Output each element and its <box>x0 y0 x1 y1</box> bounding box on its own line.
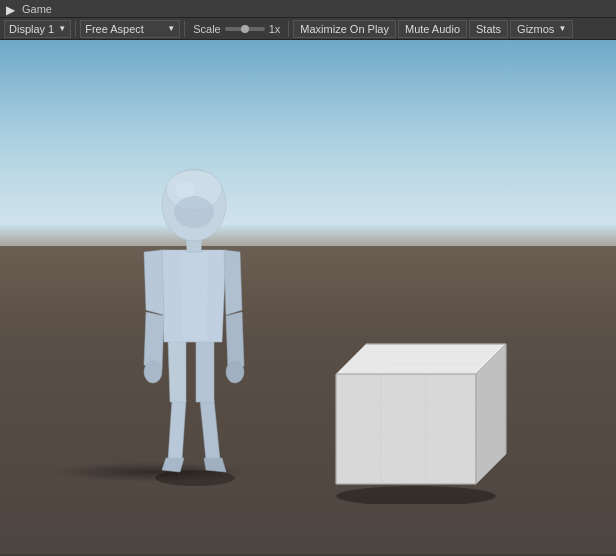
maximize-on-play-button[interactable]: Maximize On Play <box>293 20 396 38</box>
cube-svg <box>316 314 516 504</box>
gizmos-button[interactable]: Gizmos ▼ <box>510 20 573 38</box>
mute-audio-button[interactable]: Mute Audio <box>398 20 467 38</box>
scale-value: 1x <box>269 23 281 35</box>
svg-marker-12 <box>224 250 242 315</box>
ground-plane <box>0 246 616 554</box>
svg-point-14 <box>226 361 244 383</box>
svg-marker-21 <box>336 374 476 484</box>
svg-point-20 <box>336 486 496 504</box>
scale-control: Scale 1x <box>189 23 284 35</box>
display-label: Display 1 <box>9 23 54 35</box>
display-dropdown[interactable]: Display 1 ▼ <box>4 20 71 38</box>
svg-marker-2 <box>200 400 220 460</box>
aspect-dropdown[interactable]: Free Aspect ▼ <box>80 20 180 38</box>
cube-model <box>316 314 486 474</box>
svg-point-11 <box>144 361 162 383</box>
title-bar: ▶ Game <box>0 0 616 18</box>
aspect-arrow-icon: ▼ <box>167 24 175 33</box>
aspect-label: Free Aspect <box>85 23 144 35</box>
separator-2 <box>184 21 185 37</box>
scale-slider[interactable] <box>225 27 265 31</box>
window-title: Game <box>22 3 52 15</box>
scale-thumb <box>241 25 249 33</box>
svg-marker-4 <box>204 458 226 472</box>
character-model <box>130 160 260 490</box>
svg-point-19 <box>175 182 195 198</box>
svg-point-18 <box>174 196 214 228</box>
game-viewport <box>0 40 616 554</box>
svg-marker-1 <box>168 400 186 460</box>
svg-marker-8 <box>180 252 208 340</box>
svg-point-0 <box>155 470 235 486</box>
toolbar: Display 1 ▼ Free Aspect ▼ Scale 1x Maxim… <box>0 18 616 40</box>
game-icon: ▶ <box>6 3 18 15</box>
separator-1 <box>75 21 76 37</box>
character-svg <box>130 160 260 490</box>
svg-marker-6 <box>196 338 214 402</box>
display-arrow-icon: ▼ <box>58 24 66 33</box>
stats-button[interactable]: Stats <box>469 20 508 38</box>
gizmos-arrow-icon: ▼ <box>558 24 566 33</box>
svg-marker-3 <box>162 458 184 472</box>
svg-marker-9 <box>144 250 164 315</box>
separator-3 <box>288 21 289 37</box>
svg-marker-5 <box>168 338 186 402</box>
scale-label: Scale <box>193 23 221 35</box>
